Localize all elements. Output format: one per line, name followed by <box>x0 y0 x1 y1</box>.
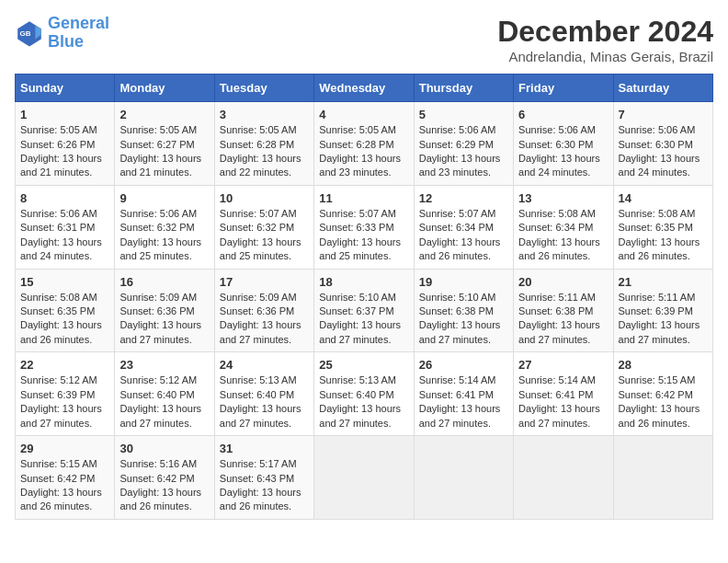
cell-info-line: and 23 minutes. <box>319 166 408 179</box>
cell-info-line: Sunset: 6:35 PM <box>619 221 708 235</box>
calendar-cell <box>514 436 613 520</box>
cell-info-line: Daylight: 13 hours <box>220 318 309 332</box>
cell-info-line: Sunrise: 5:15 AM <box>619 373 708 387</box>
svg-text:GB: GB <box>20 29 31 38</box>
calendar-subtitle: Andrelandia, Minas Gerais, Brazil <box>497 49 713 64</box>
cell-info-line: and 27 minutes. <box>419 333 508 347</box>
cell-info-line: Sunrise: 5:09 AM <box>220 291 309 304</box>
calendar-cell: 1Sunrise: 5:05 AMSunset: 6:26 PMDaylight… <box>16 102 115 186</box>
cell-info-line: and 21 minutes. <box>119 166 209 179</box>
cell-info-line: and 26 minutes. <box>220 500 309 513</box>
cell-info-line: Daylight: 13 hours <box>119 402 209 416</box>
cell-info-line: Daylight: 13 hours <box>619 152 708 166</box>
cell-info-line: Daylight: 13 hours <box>518 152 608 166</box>
cell-info-line: and 24 minutes. <box>619 166 708 179</box>
day-number: 27 <box>518 357 608 373</box>
calendar-cell: 31Sunrise: 5:17 AMSunset: 6:43 PMDayligh… <box>214 436 313 520</box>
cell-info-line: and 24 minutes. <box>518 166 608 179</box>
cell-info-line: Daylight: 13 hours <box>319 402 408 416</box>
calendar-cell: 5Sunrise: 5:06 AMSunset: 6:29 PMDaylight… <box>414 102 513 186</box>
cell-info-line: Daylight: 13 hours <box>619 402 708 416</box>
cell-info-line: Sunset: 6:42 PM <box>619 388 708 402</box>
logo-line1: General <box>48 14 109 32</box>
day-number: 14 <box>619 190 708 207</box>
calendar-header-row: Sunday Monday Tuesday Wednesday Thursday… <box>16 75 713 102</box>
day-number: 24 <box>220 357 309 373</box>
calendar-cell: 13Sunrise: 5:08 AMSunset: 6:34 PMDayligh… <box>514 185 613 269</box>
calendar-cell: 7Sunrise: 5:06 AMSunset: 6:30 PMDaylight… <box>613 102 712 186</box>
cell-info-line: and 27 minutes. <box>20 417 109 431</box>
day-number: 1 <box>20 107 109 123</box>
calendar-week-row: 22Sunrise: 5:12 AMSunset: 6:39 PMDayligh… <box>16 352 713 436</box>
cell-info-line: and 26 minutes. <box>518 249 608 263</box>
cell-info-line: and 26 minutes. <box>619 249 708 263</box>
cell-info-line: Daylight: 13 hours <box>119 236 209 249</box>
cell-info-line: Daylight: 13 hours <box>619 318 708 332</box>
day-number: 23 <box>119 357 209 373</box>
day-number: 12 <box>419 190 508 207</box>
cell-info-line: Sunrise: 5:07 AM <box>419 207 508 221</box>
calendar-cell: 25Sunrise: 5:13 AMSunset: 6:40 PMDayligh… <box>314 352 414 436</box>
cell-info-line: Sunset: 6:43 PM <box>220 472 309 486</box>
cell-info-line: Sunrise: 5:14 AM <box>419 373 508 387</box>
day-number: 11 <box>319 190 408 207</box>
day-number: 8 <box>20 190 109 207</box>
cell-info-line: and 22 minutes. <box>220 166 309 179</box>
cell-info-line: Sunset: 6:40 PM <box>220 388 309 402</box>
cell-info-line: Sunrise: 5:08 AM <box>518 207 608 221</box>
cell-info-line: Sunset: 6:28 PM <box>220 138 309 152</box>
day-number: 6 <box>518 107 608 123</box>
calendar-week-row: 29Sunrise: 5:15 AMSunset: 6:42 PMDayligh… <box>16 436 713 520</box>
header-monday: Monday <box>115 75 214 102</box>
cell-info-line: Sunset: 6:35 PM <box>20 304 109 318</box>
calendar-cell: 23Sunrise: 5:12 AMSunset: 6:40 PMDayligh… <box>115 352 214 436</box>
cell-info-line: Daylight: 13 hours <box>518 236 608 249</box>
cell-info-line: Sunset: 6:32 PM <box>220 221 309 235</box>
cell-info-line: Daylight: 13 hours <box>319 318 408 332</box>
cell-info-line: Daylight: 13 hours <box>419 152 508 166</box>
cell-info-line: Sunset: 6:34 PM <box>518 221 608 235</box>
calendar-cell: 14Sunrise: 5:08 AMSunset: 6:35 PMDayligh… <box>613 185 712 269</box>
day-number: 7 <box>619 107 708 123</box>
cell-info-line: and 27 minutes. <box>319 417 408 431</box>
cell-info-line: Sunrise: 5:12 AM <box>119 373 209 387</box>
calendar-cell: 3Sunrise: 5:05 AMSunset: 6:28 PMDaylight… <box>214 102 313 186</box>
cell-info-line: and 26 minutes. <box>20 500 109 513</box>
cell-info-line: Sunset: 6:38 PM <box>419 304 508 318</box>
cell-info-line: and 27 minutes. <box>319 333 408 347</box>
cell-info-line: Sunrise: 5:11 AM <box>518 291 608 304</box>
cell-info-line: Daylight: 13 hours <box>419 236 508 249</box>
day-number: 2 <box>119 107 209 123</box>
cell-info-line: Sunset: 6:26 PM <box>20 138 109 152</box>
calendar-body: 1Sunrise: 5:05 AMSunset: 6:26 PMDaylight… <box>16 102 713 520</box>
cell-info-line: Sunset: 6:30 PM <box>619 138 708 152</box>
calendar-cell: 28Sunrise: 5:15 AMSunset: 6:42 PMDayligh… <box>613 352 712 436</box>
cell-info-line: Sunset: 6:39 PM <box>619 304 708 318</box>
cell-info-line: Sunrise: 5:07 AM <box>220 207 309 221</box>
day-number: 20 <box>518 274 608 291</box>
day-number: 15 <box>20 274 109 291</box>
cell-info-line: Sunrise: 5:08 AM <box>619 207 708 221</box>
cell-info-line: Daylight: 13 hours <box>220 402 309 416</box>
cell-info-line: Sunrise: 5:14 AM <box>518 373 608 387</box>
cell-info-line: Sunset: 6:41 PM <box>419 388 508 402</box>
calendar-table: Sunday Monday Tuesday Wednesday Thursday… <box>15 74 713 520</box>
cell-info-line: Daylight: 13 hours <box>119 486 209 500</box>
cell-info-line: Daylight: 13 hours <box>319 152 408 166</box>
cell-info-line: and 27 minutes. <box>518 417 608 431</box>
calendar-cell: 17Sunrise: 5:09 AMSunset: 6:36 PMDayligh… <box>214 269 313 352</box>
day-number: 21 <box>619 274 708 291</box>
cell-info-line: Sunrise: 5:06 AM <box>20 207 109 221</box>
calendar-cell: 26Sunrise: 5:14 AMSunset: 6:41 PMDayligh… <box>414 352 513 436</box>
cell-info-line: Sunrise: 5:11 AM <box>619 291 708 304</box>
cell-info-line: and 27 minutes. <box>119 333 209 347</box>
cell-info-line: Sunset: 6:34 PM <box>419 221 508 235</box>
cell-info-line: Sunset: 6:28 PM <box>319 138 408 152</box>
cell-info-line: Sunset: 6:42 PM <box>20 472 109 486</box>
cell-info-line: Sunrise: 5:07 AM <box>319 207 408 221</box>
cell-info-line: Sunset: 6:31 PM <box>20 221 109 235</box>
cell-info-line: Sunset: 6:37 PM <box>319 304 408 318</box>
header-sunday: Sunday <box>16 75 115 102</box>
cell-info-line: Sunset: 6:27 PM <box>119 138 209 152</box>
header-tuesday: Tuesday <box>214 75 313 102</box>
